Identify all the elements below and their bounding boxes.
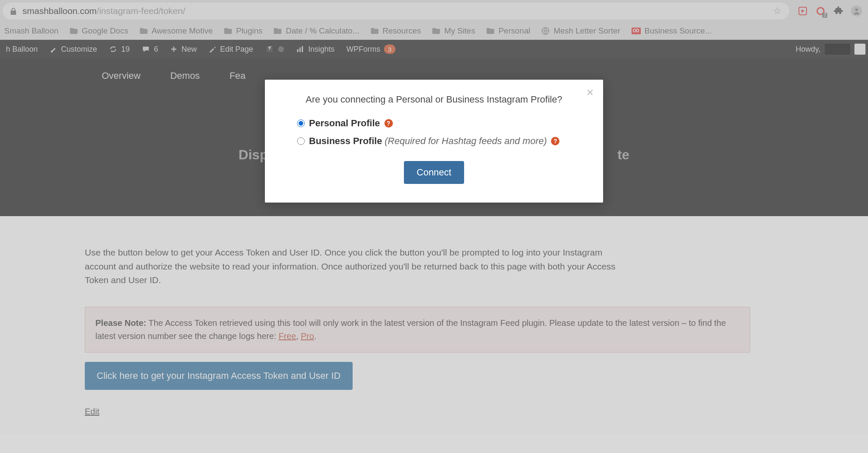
label-business: Business Profile (Required for Hashtag f… xyxy=(309,136,547,147)
close-icon[interactable]: ✕ xyxy=(586,87,594,98)
label-personal: Personal Profile xyxy=(309,118,380,129)
help-icon[interactable]: ? xyxy=(384,119,393,128)
help-icon[interactable]: ? xyxy=(551,137,559,145)
label-business-text: Business Profile xyxy=(309,136,382,146)
modal-overlay[interactable]: ✕ Are you connecting a Personal or Busin… xyxy=(0,0,868,453)
connect-modal: ✕ Are you connecting a Personal or Busin… xyxy=(265,80,603,203)
label-business-sub: (Required for Hashtag feeds and more) xyxy=(385,136,547,146)
option-personal[interactable]: Personal Profile ? xyxy=(297,118,584,129)
connect-button[interactable]: Connect xyxy=(404,161,464,184)
radio-personal[interactable] xyxy=(297,120,305,127)
option-business[interactable]: Business Profile (Required for Hashtag f… xyxy=(297,136,584,147)
modal-question: Are you connecting a Personal or Busines… xyxy=(284,94,584,105)
radio-business[interactable] xyxy=(297,137,305,145)
